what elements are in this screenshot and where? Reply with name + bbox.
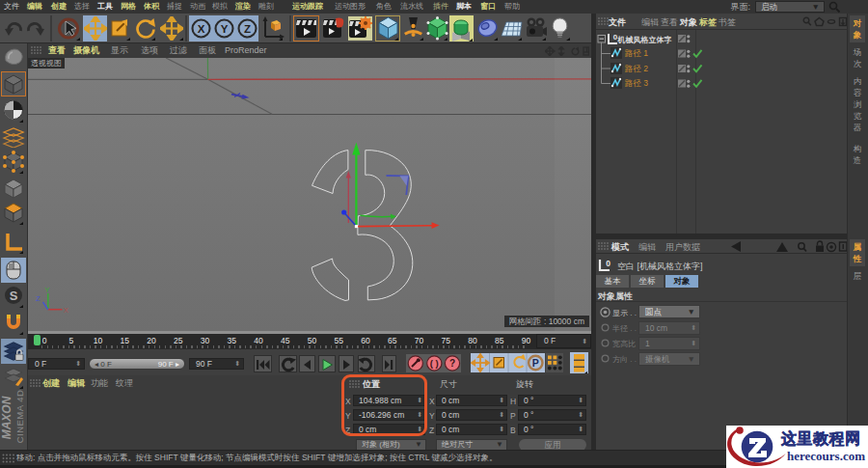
- svg-text:S: S: [10, 289, 18, 303]
- svg-text:P: P: [532, 357, 539, 369]
- svg-text:0: 0: [606, 259, 610, 268]
- svg-text:Y: Y: [221, 23, 229, 35]
- svg-text:?: ?: [449, 358, 455, 369]
- svg-text:X: X: [198, 23, 205, 35]
- svg-text:Z: Z: [244, 23, 251, 35]
- svg-text:Z: Z: [36, 294, 41, 303]
- svg-text:( ): ( ): [430, 358, 439, 369]
- svg-text:Y: Y: [45, 286, 50, 294]
- svg-text:X: X: [64, 306, 68, 315]
